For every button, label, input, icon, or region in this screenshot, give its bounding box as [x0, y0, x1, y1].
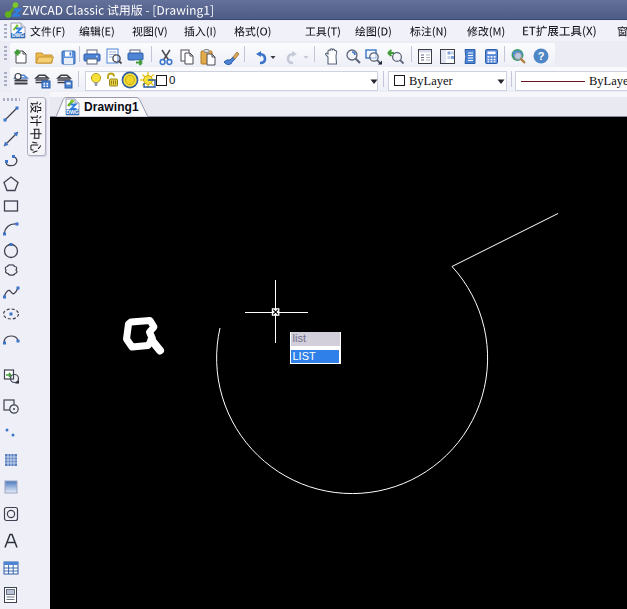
- svg-text:DWG: DWG: [12, 32, 24, 38]
- svg-text:DWG: DWG: [66, 109, 79, 115]
- svg-text:?: ?: [537, 50, 544, 62]
